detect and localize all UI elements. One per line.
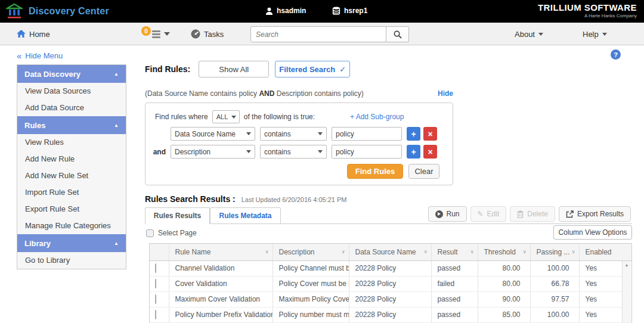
col-threshold[interactable]: Threshold∨ — [478, 244, 530, 260]
nav-help[interactable]: Help — [583, 23, 607, 45]
search-button[interactable] — [386, 26, 409, 42]
filter-intro: Find rules where ALL of the following is… — [155, 110, 315, 123]
field-select[interactable]: Description — [171, 145, 255, 159]
cell-result: passed — [431, 307, 478, 322]
row-checkbox[interactable] — [155, 310, 156, 319]
sidebar-item-view-rules[interactable]: View Rules — [17, 134, 126, 151]
select-page-row: Select Page — [146, 229, 197, 237]
table-row[interactable]: Policy Number Prefix Validation Policy n… — [150, 307, 631, 322]
col-passing[interactable]: Passing ...∨ — [530, 244, 579, 260]
cell-description: Policy Channel must b... — [273, 260, 349, 276]
nav-about-label: About — [515, 30, 535, 39]
filter-value-input[interactable] — [332, 127, 402, 141]
filter-summary: (Data Source Name contains policy AND De… — [145, 89, 364, 98]
sidebar-section-library[interactable]: Library ▲ — [17, 234, 126, 252]
hide-menu-link[interactable]: « Hide Menu — [17, 51, 63, 61]
table-row[interactable]: Maximum Cover Validation Maximum Policy … — [150, 291, 631, 307]
notification-badge: 0 — [141, 26, 151, 36]
row-checkbox[interactable] — [155, 279, 156, 288]
delete-button[interactable]: Delete — [510, 206, 555, 222]
match-type-select[interactable]: ALL — [212, 110, 240, 123]
col-label: Rule Name — [175, 248, 211, 256]
sidebar-section-data-discovery[interactable]: Data Discovery ▲ — [17, 65, 126, 83]
cell-description: Policy number must m... — [273, 307, 349, 322]
filter-intro-pre: Find rules where — [155, 113, 208, 121]
add-condition-button[interactable]: + — [407, 127, 420, 141]
remove-condition-button[interactable]: × — [423, 127, 437, 141]
col-result[interactable]: Result∨ — [431, 244, 478, 260]
filtered-search-button[interactable]: Filtered Search ✓ — [275, 61, 350, 77]
check-icon: ✓ — [339, 65, 346, 74]
sidebar-item-export-rule-set[interactable]: Export Rule Set — [17, 201, 126, 218]
cell-threshold: 90.00 — [478, 291, 530, 307]
add-subgroup-link[interactable]: + Add Sub-group — [350, 113, 404, 121]
col-enabled[interactable]: Enabled — [579, 244, 631, 260]
nav-tasks[interactable]: Tasks — [191, 23, 224, 45]
sidebar-item-view-data-sources[interactable]: View Data Sources — [17, 83, 126, 100]
sidebar-item-add-new-rule[interactable]: Add New Rule — [17, 151, 126, 167]
filter-summary-row: (Data Source Name contains policy AND De… — [145, 89, 453, 98]
chevron-down-icon — [231, 116, 236, 119]
row-checkbox[interactable] — [155, 263, 156, 273]
table-scrollbar[interactable]: ▲ — [622, 261, 631, 322]
cell-passing: 66.78 — [530, 276, 579, 291]
summary-pre: (Data Source Name contains policy — [145, 89, 259, 98]
operator-select[interactable]: contains — [260, 127, 327, 141]
sidebar-item-import-rule-set[interactable]: Import Rule Set — [17, 184, 126, 201]
run-button[interactable]: Run — [428, 206, 467, 222]
current-repository[interactable]: hsrep1 — [332, 7, 367, 15]
sidebar-item-add-new-rule-set[interactable]: Add New Rule Set — [17, 167, 126, 184]
trash-icon — [517, 210, 524, 218]
nav-about[interactable]: About — [515, 23, 543, 45]
operator-select[interactable]: contains — [260, 145, 327, 159]
hide-filter-link[interactable]: Hide — [438, 89, 453, 98]
user-icon — [265, 7, 273, 15]
section-label: Data Discovery — [24, 70, 80, 79]
export-results-button[interactable]: Export Results — [559, 206, 631, 222]
section-label: Rules — [24, 121, 45, 130]
find-rules-button[interactable]: Find Rules — [347, 164, 403, 179]
add-condition-button[interactable]: + — [407, 145, 420, 159]
table-row[interactable]: Cover Validation Policy Cover must be i.… — [150, 276, 631, 291]
sidebar-item-add-data-source[interactable]: Add Data Source — [17, 100, 126, 116]
sidebar-item-manage-rule-categories[interactable]: Manage Rule Categories — [17, 218, 126, 234]
tab-rules-results[interactable]: Rules Results — [145, 207, 210, 224]
remove-condition-button[interactable]: × — [423, 145, 437, 159]
sidebar-item-go-to-library[interactable]: Go to Library — [17, 252, 126, 269]
sort-chevron-icon: ∨ — [572, 249, 575, 254]
select-page-label: Select Page — [158, 229, 197, 237]
select-page-checkbox[interactable] — [146, 229, 154, 237]
col-description[interactable]: Description∨ — [273, 244, 349, 260]
cell-threshold: 80.00 — [478, 260, 530, 276]
col-rule-name[interactable]: Rule Name∨ — [169, 244, 273, 260]
edit-button[interactable]: ✎ Edit — [470, 206, 507, 222]
col-label: Description — [279, 248, 315, 256]
filter-builder-panel: Find rules where ALL of the following is… — [145, 103, 453, 185]
current-user[interactable]: hsadmin — [265, 7, 306, 15]
database-icon — [332, 7, 340, 15]
table-row[interactable]: Channel Validation Policy Channel must b… — [150, 260, 631, 276]
chevron-down-icon — [602, 33, 607, 36]
clear-button[interactable]: Clear — [408, 164, 439, 179]
show-all-button[interactable]: Show All — [199, 61, 269, 77]
nav-notifications[interactable]: 0 — [141, 23, 170, 45]
results-tabbar: Rules Results Rules Metadata Run ✎ Edit — [145, 207, 632, 224]
app-logo-icon — [6, 3, 23, 20]
find-rules-row: Find Rules: Show All Filtered Search ✓ — [145, 61, 350, 77]
tab-rules-metadata[interactable]: Rules Metadata — [210, 207, 281, 224]
search-input[interactable] — [250, 26, 386, 42]
column-view-options-button[interactable]: Column View Options — [553, 225, 632, 240]
filter-row: Data Source Name contains + × — [153, 127, 437, 141]
cell-data-source: 20228 Policy — [349, 260, 431, 276]
filter-value-input[interactable] — [332, 145, 402, 159]
cell-passing: 100.00 — [530, 260, 579, 276]
field-select[interactable]: Data Source Name — [171, 127, 255, 141]
col-label: Threshold — [484, 248, 516, 256]
chevron-down-icon — [164, 32, 170, 36]
row-checkbox[interactable] — [155, 294, 156, 304]
field-value: Description — [175, 148, 210, 156]
cell-data-source: 20228 Policy — [349, 291, 431, 307]
sidebar-section-rules[interactable]: Rules ▲ — [17, 116, 126, 134]
nav-home[interactable]: Home — [17, 23, 50, 45]
col-data-source-name[interactable]: Data Source Name∨ — [349, 244, 431, 260]
